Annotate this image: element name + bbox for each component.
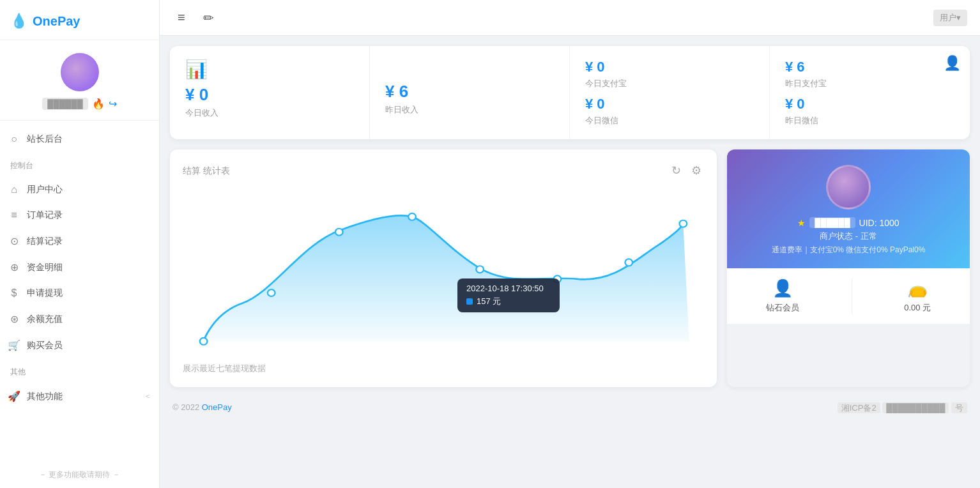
chart-footer-text: 展示最近七笔提现数据 — [183, 363, 266, 373]
copyright-text: © 2022 — [172, 402, 199, 412]
chart-wrapper: 2022-10-18 17:30:50 157 元 — [183, 189, 704, 355]
profile-bottom: 👤 钻石会员 👝 0.00 元 — [727, 268, 970, 324]
stat-today-channels: ¥ 0 今日支付宝 ¥ 0 今日微信 — [570, 46, 770, 139]
user-area: ██████ 🔥 ↪ — [0, 40, 159, 121]
logout-icon[interactable]: ↪ — [109, 98, 117, 110]
logo-icon: 💧 — [10, 13, 27, 29]
chart-title: 结算 统计表 — [183, 165, 230, 177]
topbar-user-menu[interactable]: 用户▾ — [933, 10, 967, 26]
nav-vip-label: 购买会员 — [27, 340, 63, 351]
chart-point-5[interactable] — [554, 275, 562, 282]
chart-svg — [183, 189, 704, 355]
recharge-icon: ⊛ — [8, 313, 20, 325]
chart-point-2[interactable] — [335, 229, 343, 236]
chart-point-3[interactable] — [408, 213, 416, 220]
stat-yesterday-income: ¥ 6 昨日收入 — [370, 46, 570, 139]
chart-point-7[interactable] — [680, 220, 687, 227]
chart-actions: ↻ ⚙ — [669, 162, 704, 179]
icp-text: 湘ICP备2 ██████████ 号 — [838, 402, 967, 413]
vip-icon: 🛒 — [8, 339, 20, 351]
sidebar: 💧 OnePay ██████ 🔥 ↪ ○ 站长后台 控制台 — [0, 0, 160, 488]
sidebar-item-settlements[interactable]: ⊙ 结算记录 — [0, 229, 159, 254]
chart-bar-icon: 📊 — [185, 59, 354, 80]
wallet-icon: 👝 — [907, 278, 928, 298]
today-income-amount: ¥ 0 — [185, 85, 354, 105]
profile-rates: 通道费率｜支付宝0% 微信支付0% PayPal0% — [772, 245, 926, 255]
profile-stat-balance[interactable]: 👝 0.00 元 — [904, 278, 931, 314]
logo: 💧 OnePay — [10, 13, 149, 29]
profile-username: ██████ — [809, 217, 855, 228]
settlements-icon: ⊙ — [8, 235, 20, 247]
today-wechat-label: 今日微信 — [585, 115, 754, 126]
sidebar-item-vip[interactable]: 🛒 购买会员 — [0, 333, 159, 358]
yesterday-alipay-amount: ¥ 6 — [785, 59, 954, 75]
chart-point-4[interactable] — [476, 266, 484, 273]
sidebar-admin-label: 站长后台 — [27, 133, 63, 145]
chart-footer: 展示最近七笔提现数据 — [183, 363, 704, 374]
yesterday-alipay-label: 昨日支付宝 — [785, 78, 954, 89]
sidebar-item-funds[interactable]: ⊕ 资金明细 — [0, 255, 159, 280]
profile-banner: ★ ██████ UID: 1000 商户状态 - 正常 通道费率｜支付宝0% … — [727, 149, 970, 268]
star-icon: ★ — [797, 218, 806, 228]
stat-yesterday-channels: 👤 ¥ 6 昨日支付宝 ¥ 0 昨日微信 — [770, 46, 970, 139]
fire-icon[interactable]: 🔥 — [92, 98, 105, 110]
sidebar-item-withdraw[interactable]: $ 申请提现 — [0, 281, 159, 305]
other-section-title: 其他 — [10, 367, 149, 377]
chart-settings-button[interactable]: ⚙ — [689, 162, 704, 179]
chart-point-1[interactable] — [268, 289, 275, 296]
sidebar-item-admin[interactable]: ○ 站长后台 — [0, 127, 159, 151]
main-content: ≡ ✏ 用户▾ 📊 ¥ 0 今日收入 ¥ 6 昨 — [160, 0, 980, 488]
today-alipay-label: 今日支付宝 — [585, 78, 754, 89]
topbar-right: 用户▾ — [933, 10, 967, 26]
chart-section: 结算 统计表 ↻ ⚙ — [170, 149, 970, 387]
rocket-icon: 🚀 — [8, 390, 20, 402]
chart-header: 结算 统计表 ↻ ⚙ — [183, 162, 704, 179]
profile-stat-membership[interactable]: 👤 钻石会员 — [766, 278, 799, 314]
avatar — [61, 53, 99, 91]
today-alipay-amount: ¥ 0 — [585, 59, 754, 75]
footer-copyright: © 2022 OnePay — [172, 402, 232, 414]
user-name: ██████ — [42, 98, 88, 110]
edit-button[interactable]: ✏ — [198, 8, 219, 28]
nav-recharge-label: 余额充值 — [27, 314, 63, 325]
today-income-label: 今日收入 — [185, 107, 354, 119]
section-title: 控制台 — [10, 160, 149, 171]
chart-title-main: 结算 — [183, 165, 201, 176]
sidebar-header: 💧 OnePay — [0, 0, 159, 40]
nav-user-center-label: 用户中心 — [27, 184, 63, 195]
logo-text: OnePay — [33, 14, 80, 29]
profile-uid-text: UID: 1000 — [859, 218, 900, 228]
other-section: 其他 — [0, 359, 159, 384]
nav-funds-label: 资金明细 — [27, 262, 63, 273]
nav-settlements-label: 结算记录 — [27, 236, 63, 247]
nav-section-label: 控制台 — [0, 153, 159, 178]
sidebar-item-more-features[interactable]: 🚀 其他功能 ＜ — [0, 384, 159, 409]
admin-icon: ○ — [8, 133, 20, 145]
footer-icp: 湘ICP备2 ██████████ 号 — [838, 402, 967, 414]
profile-card: ★ ██████ UID: 1000 商户状态 - 正常 通道费率｜支付宝0% … — [727, 149, 970, 387]
chevron-right-icon: ＜ — [144, 391, 151, 402]
topbar-left: ≡ ✏ — [172, 8, 219, 28]
chart-title-sub: 统计表 — [203, 165, 230, 176]
sidebar-footer: － 更多功能敬请期待 － — [0, 462, 159, 488]
user-info: ██████ 🔥 ↪ — [42, 98, 116, 110]
profile-status: 商户状态 - 正常 — [820, 231, 877, 242]
orders-icon: ≡ — [8, 210, 20, 221]
sidebar-item-recharge[interactable]: ⊛ 余额充值 — [0, 307, 159, 332]
balance-value: 0.00 元 — [904, 302, 931, 314]
menu-toggle-button[interactable]: ≡ — [172, 8, 190, 28]
stats-row: 📊 ¥ 0 今日收入 ¥ 6 昨日收入 ¥ 0 今日支付宝 — [170, 46, 970, 139]
chart-point-0[interactable] — [200, 338, 208, 345]
sidebar-item-orders[interactable]: ≡ 订单记录 — [0, 203, 159, 227]
funds-icon: ⊕ — [8, 261, 20, 273]
membership-label: 钻石会员 — [766, 302, 799, 314]
sidebar-item-user-center[interactable]: ⌂ 用户中心 — [0, 178, 159, 202]
page-content: 📊 ¥ 0 今日收入 ¥ 6 昨日收入 ¥ 0 今日支付宝 — [160, 36, 980, 488]
today-wechat-amount: ¥ 0 — [585, 96, 754, 112]
withdraw-icon: $ — [8, 287, 20, 299]
chart-refresh-button[interactable]: ↻ — [669, 162, 684, 179]
chart-point-6[interactable] — [625, 259, 632, 266]
nav-withdraw-label: 申请提现 — [27, 287, 63, 299]
footer-brand: OnePay — [202, 402, 232, 412]
yesterday-wechat-label: 昨日微信 — [785, 115, 954, 126]
